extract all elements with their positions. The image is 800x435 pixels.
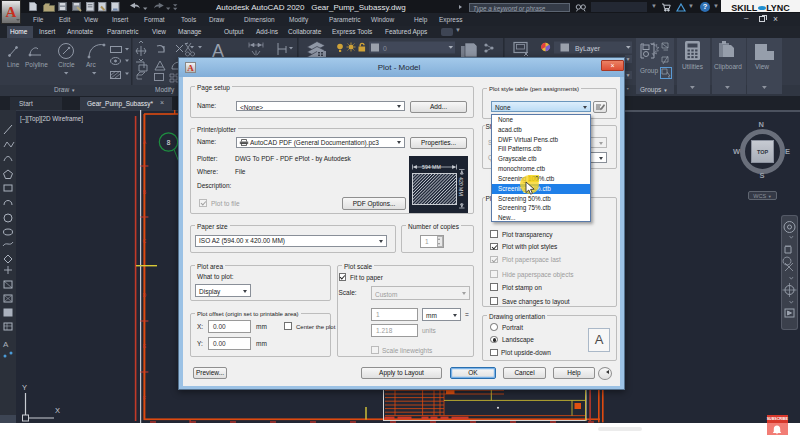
- svg-text:X: X: [55, 406, 60, 415]
- svg-text:C: C: [143, 238, 147, 244]
- svg-text:E: E: [143, 343, 147, 349]
- svg-text:Utilities: Utilities: [682, 63, 704, 70]
- svg-text:420 MM: 420 MM: [458, 177, 464, 196]
- svg-text:Polyline: Polyline: [25, 61, 48, 69]
- svg-text:8: 8: [167, 139, 171, 146]
- svg-text:Y: Y: [22, 383, 27, 392]
- svg-text:A: A: [143, 139, 147, 145]
- svg-text:Group: Group: [640, 67, 658, 75]
- svg-text:D: D: [143, 292, 147, 298]
- svg-text:Arc: Arc: [86, 61, 97, 68]
- svg-text:View: View: [755, 63, 769, 70]
- svg-text:F: F: [143, 395, 146, 401]
- svg-text:594 MM: 594 MM: [422, 164, 441, 170]
- svg-text:ByLayer: ByLayer: [575, 45, 601, 53]
- svg-text:Clipboard: Clipboard: [714, 63, 742, 71]
- svg-text:Line: Line: [7, 61, 20, 68]
- svg-text:Circle: Circle: [58, 61, 75, 68]
- svg-text:0: 0: [383, 45, 387, 52]
- svg-text:B: B: [143, 189, 147, 195]
